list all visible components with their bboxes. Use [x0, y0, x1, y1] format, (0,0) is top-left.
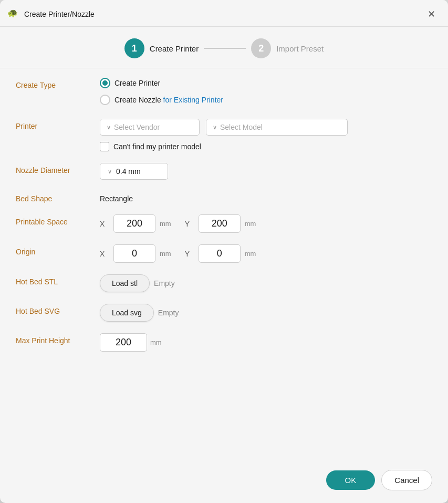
create-type-row: Create Type Create Printer Create Nozzle…: [16, 78, 432, 107]
bed-shape-content: Rectangle: [100, 191, 432, 203]
printable-y-axis-label: Y: [185, 220, 193, 228]
load-stl-area: Load stl Empty: [100, 274, 432, 292]
vendor-placeholder: Select Vendor: [114, 123, 160, 131]
step-2-circle: 2: [251, 38, 271, 58]
max-print-height-label: Max Print Height: [16, 333, 100, 345]
origin-x-input[interactable]: [113, 244, 155, 263]
max-print-height-area: mm: [100, 333, 432, 352]
title-bar: 🐢 Create Printer/Nozzle ✕: [0, 0, 448, 27]
max-print-height-input[interactable]: [100, 333, 147, 352]
app-icon: 🐢: [7, 8, 20, 20]
origin-content: X mm Y mm: [100, 244, 432, 263]
load-svg-button[interactable]: Load svg: [100, 304, 154, 322]
printer-selects: ∨ Select Vendor ∨ Select Model: [100, 119, 432, 136]
origin-row: Origin X mm Y mm: [16, 244, 432, 263]
printable-x-input[interactable]: [113, 214, 155, 233]
bed-shape-row: Bed Shape Rectangle: [16, 191, 432, 203]
origin-x-unit: mm: [160, 250, 171, 258]
cant-find-label: Can't find my printer model: [113, 142, 201, 151]
printable-space-inputs: X mm Y mm: [100, 214, 432, 233]
printer-row: Printer ∨ Select Vendor ∨ Select Model C…: [16, 119, 432, 151]
radio-circle-printer: [100, 78, 110, 88]
hot-bed-stl-label: Hot Bed STL: [16, 274, 100, 286]
printable-x-unit: mm: [160, 220, 171, 228]
step-2-label: Import Preset: [276, 44, 324, 53]
radio-create-nozzle[interactable]: Create Nozzle for Existing Printer: [100, 95, 432, 105]
chevron-vendor-icon: ∨: [107, 124, 111, 131]
divider: [0, 68, 448, 68]
origin-y-unit: mm: [245, 250, 256, 258]
hot-bed-stl-row: Hot Bed STL Load stl Empty: [16, 274, 432, 292]
form-body: Create Type Create Printer Create Nozzle…: [0, 78, 448, 460]
svg-empty-label: Empty: [158, 309, 179, 317]
printable-space-label: Printable Space: [16, 214, 100, 226]
printer-label: Printer: [16, 119, 100, 130]
create-type-label: Create Type: [16, 78, 100, 89]
printable-y-unit: mm: [245, 220, 256, 228]
nozzle-diameter-label: Nozzle Diameter: [16, 163, 100, 174]
nozzle-link: for Existing Printer: [161, 96, 223, 104]
hot-bed-stl-content: Load stl Empty: [100, 274, 432, 292]
close-button[interactable]: ✕: [424, 7, 439, 21]
load-stl-button[interactable]: Load stl: [100, 274, 150, 292]
hot-bed-svg-content: Load svg Empty: [100, 304, 432, 322]
max-print-unit: mm: [150, 338, 162, 346]
printable-y-input[interactable]: [199, 214, 241, 233]
radio-create-printer[interactable]: Create Printer: [100, 78, 432, 88]
bed-shape-label: Bed Shape: [16, 191, 100, 203]
origin-label: Origin: [16, 244, 100, 256]
load-svg-area: Load svg Empty: [100, 304, 432, 322]
chevron-model-icon: ∨: [213, 124, 217, 131]
printable-space-content: X mm Y mm: [100, 214, 432, 233]
radio-circle-nozzle: [100, 95, 110, 105]
hot-bed-svg-label: Hot Bed SVG: [16, 304, 100, 315]
nozzle-diameter-select[interactable]: ∨ 0.4 mm: [100, 163, 168, 180]
nozzle-diameter-value: 0.4 mm: [116, 167, 141, 176]
origin-y-axis-label: Y: [185, 250, 193, 258]
cant-find-checkbox[interactable]: [100, 142, 109, 151]
step-1-label: Create Printer: [150, 44, 199, 53]
printable-x-axis-label: X: [100, 220, 108, 228]
max-print-height-row: Max Print Height mm: [16, 333, 432, 352]
stl-empty-label: Empty: [154, 279, 175, 288]
nozzle-diameter-row: Nozzle Diameter ∨ 0.4 mm: [16, 163, 432, 180]
printer-content: ∨ Select Vendor ∨ Select Model Can't fin…: [100, 119, 432, 151]
dialog-title: Create Printer/Nozzle: [24, 10, 95, 18]
radio-label-printer: Create Printer: [114, 79, 160, 87]
printable-space-row: Printable Space X mm Y mm: [16, 214, 432, 233]
origin-x-axis-label: X: [100, 250, 108, 258]
radio-dot-printer: [102, 80, 108, 86]
bed-shape-value: Rectangle: [100, 191, 432, 203]
cant-find-row: Can't find my printer model: [100, 142, 432, 151]
step-2: 2 Import Preset: [251, 38, 324, 58]
radio-label-nozzle: Create Nozzle for Existing Printer: [114, 96, 223, 104]
select-model[interactable]: ∨ Select Model: [206, 119, 348, 136]
create-type-content: Create Printer Create Nozzle for Existin…: [100, 78, 432, 107]
step-line: [204, 48, 246, 49]
origin-y-input[interactable]: [199, 244, 241, 263]
select-vendor[interactable]: ∨ Select Vendor: [100, 119, 200, 136]
stepper: 1 Create Printer 2 Import Preset: [0, 27, 448, 68]
footer: OK Cancel: [0, 460, 448, 503]
chevron-nozzle-icon: ∨: [108, 168, 112, 175]
origin-inputs: X mm Y mm: [100, 244, 432, 263]
cancel-button[interactable]: Cancel: [381, 470, 432, 490]
title-bar-left: 🐢 Create Printer/Nozzle: [7, 8, 95, 20]
step-1-circle: 1: [124, 38, 144, 58]
model-placeholder: Select Model: [220, 123, 263, 131]
max-print-height-content: mm: [100, 333, 432, 352]
nozzle-diameter-content: ∨ 0.4 mm: [100, 163, 432, 180]
step-1: 1 Create Printer: [124, 38, 199, 58]
create-printer-dialog: 🐢 Create Printer/Nozzle ✕ 1 Create Print…: [0, 0, 448, 503]
ok-button[interactable]: OK: [326, 470, 376, 490]
hot-bed-svg-row: Hot Bed SVG Load svg Empty: [16, 304, 432, 322]
